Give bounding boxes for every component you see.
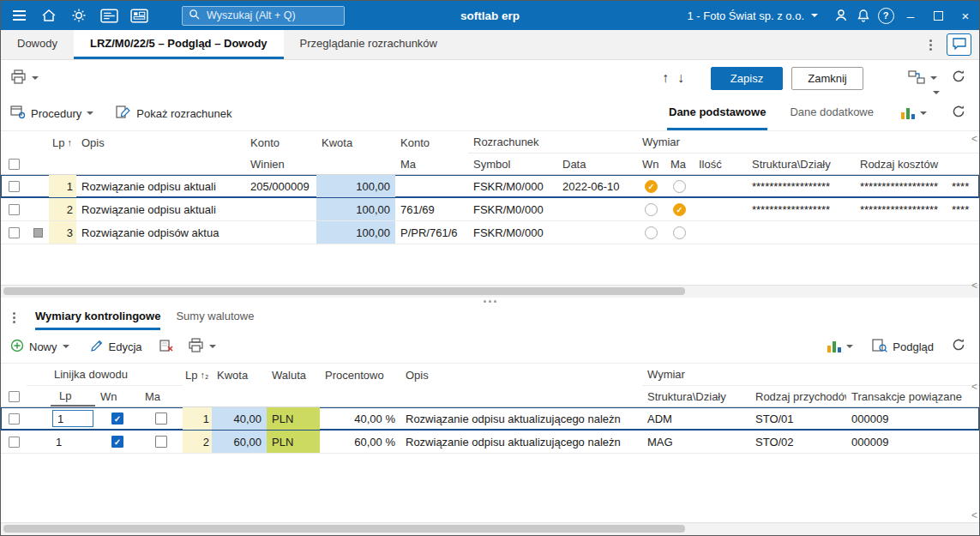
- panel-splitter-handle[interactable]: [1, 298, 979, 304]
- workflow-dropdown-button[interactable]: [908, 69, 937, 87]
- wn-indicator[interactable]: [645, 203, 658, 216]
- col-header-struktura[interactable]: Struktura\Działy: [747, 154, 855, 174]
- maximize-button[interactable]: [924, 1, 952, 30]
- chart-dropdown-button[interactable]: [901, 107, 927, 119]
- select-all-checkbox[interactable]: [9, 159, 20, 170]
- col-header-ilosc[interactable]: Ilość: [694, 154, 747, 174]
- col-header-winien[interactable]: Winien: [245, 154, 316, 174]
- help-icon[interactable]: ?: [875, 4, 897, 27]
- col-header-procentowo[interactable]: Procentowo: [320, 364, 400, 386]
- col-header-rodzaj-kosztow[interactable]: Rodzaj kosztów: [855, 154, 947, 174]
- notifications-bell-icon[interactable]: [852, 4, 875, 27]
- hscrollbar-thumb[interactable]: [3, 287, 685, 295]
- cell-procentowo: 60,00 %: [320, 431, 400, 453]
- wn-checkbox[interactable]: [111, 413, 123, 425]
- table-row[interactable]: 1 Rozwiązanie odpisu aktuali 205/000009 …: [1, 175, 979, 198]
- ma-indicator[interactable]: [673, 203, 686, 216]
- close-window-button[interactable]: ×: [952, 1, 979, 30]
- company-selector[interactable]: 1 - Foto Świat sp. z o.o.: [675, 1, 830, 30]
- col-header-konto-ma[interactable]: Konto: [395, 131, 468, 154]
- row-checkbox[interactable]: [9, 413, 20, 425]
- col-header-lp[interactable]: Lp↑: [49, 131, 76, 154]
- global-search[interactable]: [182, 6, 345, 26]
- move-up-button[interactable]: ↑: [658, 70, 673, 86]
- show-settlement-button[interactable]: Pokaż rozrachunek: [116, 105, 231, 122]
- col-header-ma2[interactable]: Ma: [665, 154, 694, 174]
- col-header-wn[interactable]: Wn: [95, 386, 140, 407]
- row-checkbox[interactable]: [9, 437, 20, 448]
- panel-refresh-button[interactable]: [947, 338, 970, 355]
- tab-przegladanie-rozrachunkow[interactable]: Przeglądanie rozrachunków: [284, 30, 454, 59]
- col-header-waluta[interactable]: Waluta: [267, 364, 320, 386]
- col-header-ma[interactable]: Ma: [395, 154, 468, 174]
- edit-button[interactable]: Edycja: [90, 339, 142, 355]
- comments-button[interactable]: [947, 33, 971, 56]
- col-header-symbol[interactable]: Symbol: [468, 154, 557, 174]
- lp-edit-field[interactable]: 1: [52, 410, 93, 427]
- search-input[interactable]: [205, 9, 338, 22]
- brightness-settings-icon[interactable]: [68, 4, 90, 27]
- col-header-ma[interactable]: Ma: [140, 386, 183, 407]
- tab-sumy-walutowe[interactable]: Sumy walutowe: [176, 304, 254, 330]
- ma-indicator[interactable]: [673, 180, 686, 193]
- col-header-opis[interactable]: Opis: [76, 131, 245, 154]
- kebab-menu-icon[interactable]: [924, 39, 936, 51]
- minimize-button[interactable]: –: [897, 1, 924, 30]
- expand-toolbar-chevron[interactable]: [933, 91, 940, 94]
- row-checkbox[interactable]: [9, 227, 20, 238]
- save-button[interactable]: Zapisz: [711, 67, 783, 90]
- hamburger-menu-icon[interactable]: [8, 4, 30, 27]
- row-checkbox[interactable]: [9, 181, 20, 192]
- main-grid-hscrollbar[interactable]: [1, 285, 979, 298]
- ma-indicator[interactable]: [673, 226, 686, 239]
- wn-indicator[interactable]: [645, 180, 658, 193]
- col-header-rodzaj-przychodow[interactable]: Rodzaj przychodów: [750, 386, 846, 407]
- wn-indicator[interactable]: [645, 226, 658, 239]
- tab-dane-dodatkowe[interactable]: Dane dodatkowe: [788, 96, 875, 130]
- procedures-icon: [10, 105, 26, 122]
- col-header-konto-winien[interactable]: Konto: [245, 131, 316, 154]
- table-row[interactable]: 2 Rozwiązanie odpisu aktuali 100,00 761/…: [1, 198, 979, 221]
- refresh-grid-button[interactable]: [947, 105, 970, 122]
- panel-chart-dropdown-button[interactable]: [827, 340, 853, 352]
- col-header-lp2[interactable]: Lp↑₂: [183, 364, 212, 386]
- home-icon[interactable]: [38, 4, 60, 27]
- modules-icon[interactable]: [128, 4, 150, 27]
- col-header-data[interactable]: Data: [557, 154, 637, 174]
- col-header-opis[interactable]: Opis: [400, 364, 642, 386]
- preview-button[interactable]: Podgląd: [872, 339, 934, 355]
- show-settlement-label: Pokaż rozrachunek: [136, 107, 231, 120]
- refresh-button[interactable]: [947, 69, 970, 87]
- col-header-lp[interactable]: Lp: [51, 386, 95, 407]
- tab-dowody[interactable]: Dowody: [1, 30, 74, 59]
- table-row[interactable]: 3 Rozwiązanie odpisów aktua 100,00 P/PR/…: [1, 221, 979, 244]
- ma-checkbox[interactable]: [155, 413, 167, 425]
- col-header-kwota[interactable]: Kwota: [316, 131, 395, 154]
- table-row[interactable]: 1 1 40,00 PLN 40,00 % Rozwiązanie odpisu…: [1, 407, 979, 431]
- wn-checkbox[interactable]: [111, 436, 123, 448]
- panel-grid-hscrollbar[interactable]: [1, 522, 979, 535]
- col-header-kwota[interactable]: Kwota: [212, 364, 267, 386]
- col-header-struktura[interactable]: Struktura\Działy: [642, 386, 750, 407]
- delete-button[interactable]: [159, 339, 174, 355]
- new-dropdown-button[interactable]: Nowy: [10, 339, 69, 355]
- panel-print-dropdown-button[interactable]: [188, 338, 216, 355]
- list-panel-icon[interactable]: [98, 4, 120, 27]
- panel-kebab-icon[interactable]: [8, 304, 20, 330]
- select-all-checkbox[interactable]: [9, 391, 20, 402]
- tab-dane-podstawowe[interactable]: Dane podstawowe: [667, 96, 767, 130]
- move-down-button[interactable]: ↓: [673, 70, 688, 86]
- tab-wymiary-kontrolingowe[interactable]: Wymiary kontrolingowe: [35, 304, 160, 330]
- print-dropdown-button[interactable]: [10, 69, 39, 87]
- cell-transakcje-powiazane: 000009: [846, 431, 980, 453]
- tab-lrz-podglad-dowody[interactable]: LRZ/M0/22/5 – Podgląd – Dowody: [74, 30, 284, 59]
- col-header-wn[interactable]: Wn: [637, 154, 665, 174]
- procedures-dropdown-button[interactable]: Procedury: [10, 105, 93, 122]
- user-icon[interactable]: [830, 4, 852, 27]
- table-row[interactable]: 1 2 60,00 PLN 60,00 % Rozwiązanie odpisu…: [1, 431, 979, 454]
- row-checkbox[interactable]: [9, 204, 20, 215]
- ma-checkbox[interactable]: [155, 436, 167, 448]
- col-header-transakcje-powiazane[interactable]: Transakcje powiązane: [846, 386, 980, 407]
- hscrollbar-thumb[interactable]: [3, 525, 685, 533]
- close-button[interactable]: Zamknij: [791, 67, 863, 90]
